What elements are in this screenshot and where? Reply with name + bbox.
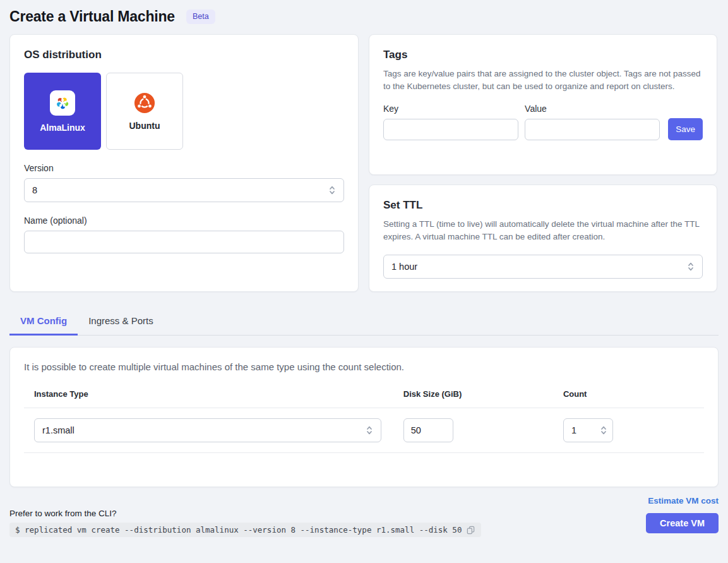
set-ttl-description: Setting a TTL (time to live) will automa… xyxy=(383,218,703,244)
vm-table: Instance Type Disk Size (GiB) Count r1.s… xyxy=(24,389,704,453)
tag-value-label: Value xyxy=(525,104,660,114)
tags-description: Tags are key/value pairs that are assign… xyxy=(383,68,703,94)
ttl-select-value: 1 hour xyxy=(391,262,417,272)
distribution-tiles: AlmaLinux xyxy=(24,73,344,150)
chevron-up-down-icon xyxy=(687,261,695,272)
create-vm-button[interactable]: Create VM xyxy=(646,513,719,533)
tags-title: Tags xyxy=(383,49,703,61)
beta-badge: Beta xyxy=(186,9,215,24)
top-grid: OS distribution AlmaLinux xyxy=(9,34,719,292)
tags-form: Key Value Save xyxy=(383,104,703,140)
distribution-tile-ubuntu[interactable]: Ubuntu xyxy=(106,73,183,150)
version-select[interactable]: 8 xyxy=(24,178,344,202)
column-header-count: Count xyxy=(553,389,704,408)
cli-section: Prefer to work from the CLI? $ replicate… xyxy=(9,509,481,537)
version-label: Version xyxy=(24,163,344,173)
footer-actions: Estimate VM cost Create VM xyxy=(646,496,719,537)
cli-command-text: $ replicated vm create --distribution al… xyxy=(15,525,462,535)
page-header: Create a Virtual Machine Beta xyxy=(0,0,728,33)
estimate-vm-cost-link[interactable]: Estimate VM cost xyxy=(648,496,719,505)
column-header-instance-type: Instance Type xyxy=(24,389,393,408)
column-header-disk-size: Disk Size (GiB) xyxy=(393,389,553,408)
vm-config-card: It is possible to create multiple virtua… xyxy=(9,347,719,487)
distribution-tile-almalinux[interactable]: AlmaLinux xyxy=(24,73,101,150)
cli-prompt-text: Prefer to work from the CLI? xyxy=(9,509,481,518)
vm-table-row: r1.small xyxy=(24,408,704,453)
right-column: Tags Tags are key/value pairs that are a… xyxy=(369,34,717,292)
tile-label-almalinux: AlmaLinux xyxy=(40,123,85,133)
ttl-select[interactable]: 1 hour xyxy=(383,255,703,279)
tile-label-ubuntu: Ubuntu xyxy=(129,121,160,131)
vm-config-hint: It is possible to create multiple virtua… xyxy=(24,361,704,372)
tags-card: Tags Tags are key/value pairs that are a… xyxy=(369,34,717,175)
chevron-up-down-icon[interactable] xyxy=(600,425,607,436)
tag-key-input[interactable] xyxy=(383,119,518,140)
tag-key-label: Key xyxy=(383,104,518,114)
chevron-up-down-icon xyxy=(366,425,373,436)
cli-command-block: $ replicated vm create --distribution al… xyxy=(9,523,481,537)
disk-size-input[interactable] xyxy=(403,418,453,442)
tag-key-field: Key xyxy=(383,104,518,140)
footer: Prefer to work from the CLI? $ replicate… xyxy=(9,496,719,537)
almalinux-logo-icon xyxy=(50,90,75,116)
vm-name-input[interactable] xyxy=(24,231,344,253)
tag-value-field: Value xyxy=(525,104,660,140)
count-input[interactable] xyxy=(565,425,600,435)
version-select-value: 8 xyxy=(32,185,37,195)
tag-value-input[interactable] xyxy=(525,119,660,140)
ubuntu-logo-icon xyxy=(134,92,155,114)
save-tag-button[interactable]: Save xyxy=(668,118,703,140)
chevron-up-down-icon xyxy=(328,185,336,196)
page-title: Create a Virtual Machine xyxy=(9,8,175,25)
vm-table-header-row: Instance Type Disk Size (GiB) Count xyxy=(24,389,704,408)
count-stepper[interactable] xyxy=(563,418,613,442)
vm-name-label: Name (optional) xyxy=(24,215,344,226)
tab-bar: VM Config Ingress & Ports xyxy=(9,309,719,336)
copy-button[interactable] xyxy=(466,525,475,535)
os-distribution-title: OS distribution xyxy=(24,49,344,61)
tab-vm-config[interactable]: VM Config xyxy=(9,309,78,336)
set-ttl-title: Set TTL xyxy=(383,199,703,212)
os-distribution-card: OS distribution AlmaLinux xyxy=(9,34,359,292)
instance-type-select[interactable]: r1.small xyxy=(34,418,381,442)
tab-ingress-ports[interactable]: Ingress & Ports xyxy=(78,309,164,336)
copy-icon xyxy=(466,525,475,535)
instance-type-value: r1.small xyxy=(42,425,75,435)
set-ttl-card: Set TTL Setting a TTL (time to live) wil… xyxy=(369,185,717,292)
